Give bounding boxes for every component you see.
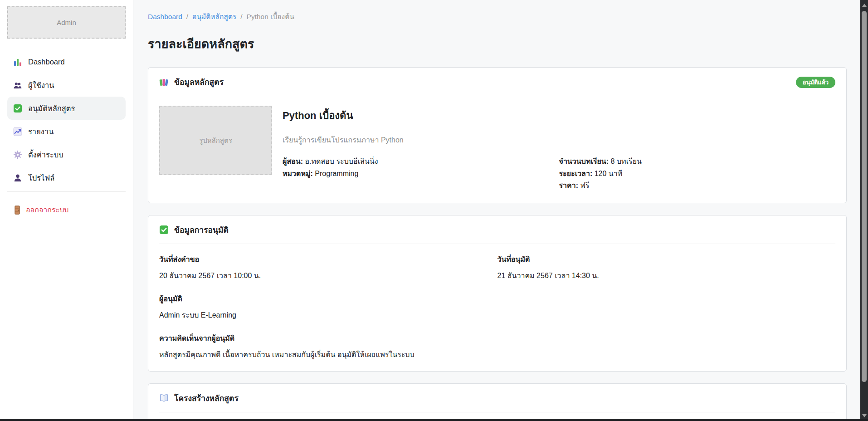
course-structure-card-header: โครงสร้างหลักสูตร bbox=[159, 392, 835, 405]
course-info-card-title: ข้อมูลหลักสูตร bbox=[174, 76, 224, 88]
sidebar-item-label: อนุมัติหลักสูตร bbox=[28, 103, 75, 114]
card-divider bbox=[159, 244, 835, 244]
sidebar-item-users[interactable]: ผู้ใช้งาน bbox=[7, 73, 126, 97]
breadcrumb: Dashboard / อนุมัติหลักสูตร / Python เบื… bbox=[148, 11, 847, 22]
sidebar-item-label: ผู้ใช้งาน bbox=[28, 79, 54, 91]
course-category: หมวดหมู่: Programming bbox=[283, 168, 559, 180]
course-info-card: ข้อมูลหลักสูตร อนุมัติแล้ว รูปหลักสูตร P… bbox=[148, 67, 847, 203]
approver-comment-label: ความคิดเห็นจากผู้อนุมัติ bbox=[159, 333, 835, 344]
approver-comment-field: ความคิดเห็นจากผู้อนุมัติ หลักสูตรมีคุณภา… bbox=[159, 333, 835, 360]
scrollbar-up-arrow-icon[interactable] bbox=[862, 4, 867, 7]
approver-field: ผู้อนุมัติ Admin ระบบ E-Learning bbox=[159, 293, 835, 321]
breadcrumb-link-dashboard[interactable]: Dashboard bbox=[148, 13, 182, 21]
main-content: Dashboard / อนุมัติหลักสูตร / Python เบื… bbox=[133, 0, 860, 421]
course-price: ราคา: ฟรี bbox=[559, 180, 836, 192]
course-meta-left: ผู้สอน: อ.ทดสอบ ระบบอีเลินนิ่ง หมวดหมู่:… bbox=[283, 156, 559, 192]
request-date-field: วันที่ส่งคำขอ 20 ธันวาคม 2567 เวลา 10:00… bbox=[159, 254, 497, 281]
course-structure-card: โครงสร้างหลักสูตร bbox=[148, 383, 847, 421]
course-info-card-header: ข้อมูลหลักสูตร อนุมัติแล้ว bbox=[159, 76, 835, 88]
course-meta: ผู้สอน: อ.ทดสอบ ระบบอีเลินนิ่ง หมวดหมู่:… bbox=[283, 156, 835, 192]
approval-dates-grid: วันที่ส่งคำขอ 20 ธันวาคม 2567 เวลา 10:00… bbox=[159, 254, 835, 293]
sidebar-item-dashboard[interactable]: Dashboard bbox=[7, 50, 126, 73]
app-layout: Admin Dashboard bbox=[0, 0, 868, 421]
approver-label: ผู้อนุมัติ bbox=[159, 293, 835, 304]
logout-label: ออกจากระบบ bbox=[26, 204, 68, 215]
breadcrumb-separator: / bbox=[186, 13, 188, 21]
request-date-label: วันที่ส่งคำขอ bbox=[159, 254, 497, 265]
course-title: Python เบื้องต้น bbox=[283, 108, 835, 123]
approve-check-icon bbox=[13, 104, 22, 113]
course-body: รูปหลักสูตร Python เบื้องต้น เรียนรู้การ… bbox=[159, 106, 835, 192]
course-meta-right: จำนวนบทเรียน: 8 บทเรียน ระยะเวลา: 120 นา… bbox=[559, 156, 836, 192]
status-badge: อนุมัติแล้ว bbox=[796, 77, 835, 88]
course-structure-card-title-wrap: โครงสร้างหลักสูตร bbox=[159, 392, 239, 405]
approval-info-card-title-wrap: ข้อมูลการอนุมัติ bbox=[159, 224, 229, 236]
sidebar: Admin Dashboard bbox=[0, 0, 133, 421]
sidebar-item-label: โปรไฟล์ bbox=[28, 172, 54, 184]
settings-gear-icon bbox=[13, 150, 22, 159]
course-info-card-title-wrap: ข้อมูลหลักสูตร bbox=[159, 76, 224, 88]
approver-comment-value: หลักสูตรมีคุณภาพดี เนื้อหาครบถ้วน เหมาะส… bbox=[159, 349, 835, 360]
scrollbar-down-arrow-icon[interactable] bbox=[862, 414, 867, 417]
sidebar-item-reports[interactable]: รายงาน bbox=[7, 120, 126, 143]
check-icon bbox=[159, 225, 169, 235]
course-image-placeholder: รูปหลักสูตร bbox=[159, 106, 272, 175]
reports-chart-icon bbox=[13, 127, 22, 136]
course-instructor: ผู้สอน: อ.ทดสอบ ระบบอีเลินนิ่ง bbox=[283, 156, 559, 168]
approve-date-value: 21 ธันวาคม 2567 เวลา 14:30 น. bbox=[497, 270, 836, 281]
users-icon bbox=[13, 81, 22, 90]
sidebar-item-settings[interactable]: ตั้งค่าระบบ bbox=[7, 143, 126, 166]
sidebar-divider bbox=[7, 191, 126, 191]
sidebar-item-label: รายงาน bbox=[28, 126, 54, 137]
approve-date-label: วันที่อนุมัติ bbox=[497, 254, 836, 265]
logout-link[interactable]: ออกจากระบบ bbox=[13, 204, 68, 215]
admin-logo-placeholder: Admin bbox=[7, 6, 126, 39]
approval-info-card-title: ข้อมูลการอนุมัติ bbox=[174, 224, 229, 236]
sidebar-item-profile[interactable]: โปรไฟล์ bbox=[7, 166, 126, 189]
course-duration: ระยะเวลา: 120 นาที bbox=[559, 168, 836, 180]
sidebar-item-label: ตั้งค่าระบบ bbox=[28, 149, 63, 161]
sidebar-nav: Dashboard ผู้ใช้งาน bbox=[7, 50, 126, 189]
open-book-icon bbox=[159, 393, 169, 403]
window-bottom-edge bbox=[0, 419, 868, 421]
breadcrumb-current: Python เบื้องต้น bbox=[247, 11, 294, 22]
course-image-label: รูปหลักสูตร bbox=[199, 135, 232, 146]
approval-info-card-header: ข้อมูลการอนุมัติ bbox=[159, 224, 835, 236]
card-divider bbox=[159, 412, 835, 412]
request-date-value: 20 ธันวาคม 2567 เวลา 10:00 น. bbox=[159, 270, 497, 281]
scrollbar-thumb[interactable] bbox=[862, 11, 867, 382]
profile-icon bbox=[13, 173, 22, 182]
sidebar-item-label: Dashboard bbox=[28, 58, 65, 66]
course-lesson-count: จำนวนบทเรียน: 8 บทเรียน bbox=[559, 156, 836, 168]
vertical-scrollbar[interactable] bbox=[860, 0, 868, 421]
approver-value: Admin ระบบ E-Learning bbox=[159, 309, 835, 321]
admin-logo-label: Admin bbox=[57, 19, 76, 26]
course-description: เรียนรู้การเขียนโปรแกรมภาษา Python bbox=[283, 134, 835, 146]
page-title: รายละเอียดหลักสูตร bbox=[148, 34, 847, 54]
course-info: Python เบื้องต้น เรียนรู้การเขียนโปรแกรม… bbox=[283, 106, 835, 192]
sidebar-item-course-approval[interactable]: อนุมัติหลักสูตร bbox=[7, 97, 126, 120]
door-icon bbox=[13, 206, 21, 215]
books-icon bbox=[159, 78, 169, 87]
dashboard-icon bbox=[13, 58, 22, 67]
approve-date-field: วันที่อนุมัติ 21 ธันวาคม 2567 เวลา 14:30… bbox=[497, 254, 836, 281]
course-structure-card-title: โครงสร้างหลักสูตร bbox=[174, 392, 239, 405]
breadcrumb-separator: / bbox=[240, 13, 242, 21]
approval-info-card: ข้อมูลการอนุมัติ วันที่ส่งคำขอ 20 ธันวาค… bbox=[148, 215, 847, 372]
breadcrumb-link-course-approval[interactable]: อนุมัติหลักสูตร bbox=[192, 11, 236, 22]
card-divider bbox=[159, 96, 835, 96]
